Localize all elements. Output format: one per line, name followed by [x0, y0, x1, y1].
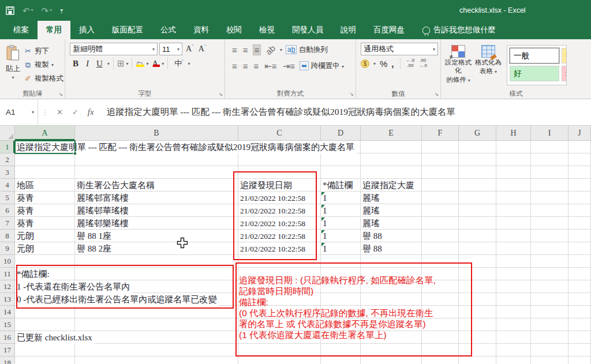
cell-A4[interactable]: 地區: [17, 179, 73, 192]
cell-E7[interactable]: 麗瑤: [362, 217, 420, 230]
cell-E4[interactable]: 追蹤指定大廈: [362, 179, 420, 192]
ribbon-tab-10[interactable]: 百度网盘: [365, 21, 413, 39]
align-right-icon[interactable]: ≡: [253, 61, 260, 71]
wrap-text-button[interactable]: ab̲ 自動換列: [286, 45, 328, 55]
row-header-6[interactable]: 6: [0, 204, 15, 217]
increase-indent-icon[interactable]: ⇥≡: [282, 61, 296, 71]
cell-A5[interactable]: 葵青: [17, 192, 73, 204]
cell-D9[interactable]: 1: [323, 243, 359, 255]
align-bottom-icon[interactable]: ≡: [253, 44, 261, 55]
ribbon-tab-3[interactable]: 版面配置: [103, 21, 152, 39]
row-header-1[interactable]: 1: [0, 141, 15, 153]
bold-button[interactable]: B: [70, 59, 81, 69]
align-left-icon[interactable]: ≡: [231, 61, 238, 71]
cell-D7[interactable]: 1: [323, 217, 359, 230]
cell-style-2[interactable]: 好: [510, 66, 559, 81]
cell-style-1[interactable]: 中: [562, 48, 567, 63]
align-center-icon[interactable]: ≡: [242, 61, 249, 71]
ribbon-tab-1[interactable]: 常用: [38, 21, 70, 39]
grow-font-button[interactable]: Aˆ: [184, 44, 195, 54]
cell-style-3[interactable]: 壞: [562, 66, 567, 81]
cell-C5[interactable]: 21/02/2022 10:22:58: [240, 192, 319, 204]
row-header-10[interactable]: 10: [0, 255, 15, 268]
row-header-14[interactable]: 14: [0, 306, 15, 318]
row-header-8[interactable]: 8: [0, 230, 15, 242]
number-dialog-launcher[interactable]: ↘: [434, 91, 439, 97]
name-box[interactable]: A1 ▾: [0, 99, 38, 125]
merge-center-button[interactable]: ⬌ 跨欄置中 ▾: [300, 61, 344, 71]
cell-D6[interactable]: 1: [323, 205, 359, 217]
cell-B9[interactable]: 譽 88 2座: [77, 243, 237, 255]
column-header-B[interactable]: B: [75, 126, 238, 141]
accounting-format-icon[interactable]: $: [361, 59, 369, 68]
cell-B4[interactable]: 衛生署公告大廈名稱: [77, 179, 237, 192]
column-header-C[interactable]: C: [238, 126, 321, 141]
cell-A9[interactable]: 元朗: [17, 243, 73, 255]
formula-bar-grip[interactable]: ⋮: [38, 108, 52, 117]
cell-A7[interactable]: 葵青: [17, 217, 73, 230]
ribbon-tab-6[interactable]: 校閱: [218, 21, 250, 39]
cell-E5[interactable]: 麗瑤: [362, 192, 420, 204]
column-header-J[interactable]: J: [568, 126, 591, 141]
comma-style-button[interactable]: ,: [391, 59, 394, 69]
phonetic-guide-button[interactable]: 中ᶻ: [171, 58, 186, 69]
formula-input[interactable]: 追蹤指定大廈明單 --- 匹配 --- 衛生署公告曾有確診或疑似2019冠狀病毒…: [107, 106, 455, 118]
row-header-17[interactable]: 17: [0, 344, 15, 357]
save-icon[interactable]: [6, 6, 14, 15]
row-header-3[interactable]: 3: [0, 166, 15, 179]
tell-me-box[interactable]: 告訴我您想做什麼: [422, 21, 496, 39]
cut-button[interactable]: ✂ 剪下: [24, 46, 63, 56]
row-header-2[interactable]: 2: [0, 153, 15, 166]
redo-icon[interactable]: ↷▾: [42, 6, 53, 15]
cell-D4[interactable]: *備註欄: [323, 179, 359, 192]
column-header-A[interactable]: A: [15, 126, 75, 141]
ribbon-tab-0[interactable]: 檔案: [5, 21, 38, 39]
orientation-icon[interactable]: ab: [263, 42, 278, 58]
cell-B7[interactable]: 麗瑤邨樂瑤樓: [77, 217, 237, 230]
decrease-decimal-button[interactable]: .00→.0: [418, 58, 427, 69]
cell-A11[interactable]: *備註欄:: [17, 268, 52, 280]
column-header-E[interactable]: E: [361, 126, 422, 141]
column-header-F[interactable]: F: [422, 126, 459, 141]
ribbon-tab-4[interactable]: 公式: [152, 21, 185, 39]
row-header-15[interactable]: 15: [0, 318, 15, 331]
cell-E9[interactable]: 譽 88: [362, 243, 420, 255]
ribbon-tab-8[interactable]: 開發人員: [283, 21, 332, 39]
cell-C7[interactable]: 21/02/2022 10:22:58: [240, 217, 319, 230]
cell-D5[interactable]: 1: [323, 192, 359, 204]
cell-B5[interactable]: 麗瑤邨富瑤樓: [77, 192, 237, 204]
ribbon-tab-2[interactable]: 插入: [70, 21, 103, 39]
cell-A13[interactable]: 0 -代表已經移出衛生署公告名單內或追蹤名單已改變: [17, 294, 219, 306]
conditional-formatting-button[interactable]: ≠ 設定格式化 的條件 ▾: [443, 42, 473, 88]
number-format-combo[interactable]: 通用格式▾: [361, 43, 438, 55]
cell-style-0[interactable]: 一般: [510, 48, 559, 63]
column-header-G[interactable]: G: [459, 126, 496, 141]
ribbon-tab-7[interactable]: 檢視: [250, 21, 283, 39]
column-header-H[interactable]: H: [496, 126, 531, 141]
customize-qat-icon[interactable]: ▾̱: [60, 7, 63, 13]
clipboard-dialog-launcher[interactable]: ↘: [58, 91, 63, 97]
column-header-I[interactable]: I: [531, 126, 568, 141]
cell-A16[interactable]: 已更新 checklist.xlsx: [17, 332, 95, 344]
row-header-12[interactable]: 12: [0, 280, 15, 293]
shrink-font-button[interactable]: Aˇ: [197, 44, 208, 54]
font-dialog-launcher[interactable]: ↘: [218, 91, 223, 97]
underline-button[interactable]: U: [93, 59, 106, 69]
decrease-indent-icon[interactable]: ⇤≡: [263, 61, 278, 71]
row-header-9[interactable]: 9: [0, 242, 15, 255]
cell-A12[interactable]: 1 -代表還在衛生署公告名單內: [17, 281, 132, 293]
paste-dropdown-caret[interactable]: ▾: [12, 75, 14, 80]
cell-C9[interactable]: 21/02/2022 10:22:58: [240, 243, 319, 255]
font-name-combo[interactable]: 新細明體▾: [70, 43, 158, 55]
ribbon-tab-9[interactable]: 說明: [332, 21, 365, 39]
cell-C4[interactable]: 追蹤發現日期: [240, 179, 319, 192]
confirm-entry-icon[interactable]: ✓: [68, 108, 83, 117]
undo-icon[interactable]: ↶▾: [23, 6, 33, 15]
row-header-4[interactable]: 4: [0, 179, 15, 192]
column-header-D[interactable]: D: [321, 126, 361, 141]
cell-E8[interactable]: 譽 88: [362, 230, 420, 242]
cell-C6[interactable]: 21/02/2022 10:22:58: [240, 205, 319, 217]
row-header-11[interactable]: 11: [0, 268, 15, 280]
row-header-18[interactable]: 18: [0, 357, 15, 364]
ribbon-tab-5[interactable]: 資料: [185, 21, 218, 39]
